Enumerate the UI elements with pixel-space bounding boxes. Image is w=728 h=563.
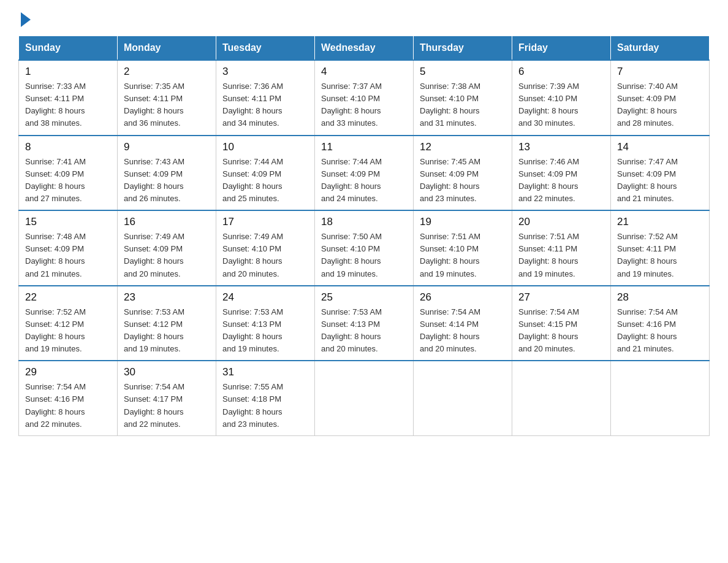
day-info: Sunrise: 7:54 AMSunset: 4:16 PMDaylight:… [25, 381, 111, 431]
calendar-day-cell: 27 Sunrise: 7:54 AMSunset: 4:15 PMDaylig… [512, 286, 611, 361]
calendar-day-cell: 17 Sunrise: 7:49 AMSunset: 4:10 PMDaylig… [216, 210, 315, 286]
day-number: 7 [617, 66, 703, 78]
day-number: 30 [124, 366, 210, 378]
calendar-day-cell: 22 Sunrise: 7:52 AMSunset: 4:12 PMDaylig… [19, 286, 118, 361]
day-info: Sunrise: 7:41 AMSunset: 4:09 PMDaylight:… [25, 156, 111, 205]
calendar-day-cell: 28 Sunrise: 7:54 AMSunset: 4:16 PMDaylig… [611, 286, 710, 361]
calendar-week-row: 8 Sunrise: 7:41 AMSunset: 4:09 PMDayligh… [19, 136, 710, 211]
weekday-header-row: SundayMondayTuesdayWednesdayThursdayFrid… [19, 36, 710, 61]
day-number: 12 [420, 141, 506, 153]
calendar-day-cell: 21 Sunrise: 7:52 AMSunset: 4:11 PMDaylig… [611, 210, 710, 286]
calendar-week-row: 22 Sunrise: 7:52 AMSunset: 4:12 PMDaylig… [19, 286, 710, 361]
day-info: Sunrise: 7:48 AMSunset: 4:09 PMDaylight:… [25, 231, 111, 280]
calendar-day-cell: 19 Sunrise: 7:51 AMSunset: 4:10 PMDaylig… [414, 210, 512, 286]
day-info: Sunrise: 7:37 AMSunset: 4:10 PMDaylight:… [321, 80, 407, 130]
day-info: Sunrise: 7:35 AMSunset: 4:11 PMDaylight:… [124, 80, 210, 130]
day-number: 1 [25, 66, 111, 78]
day-number: 10 [222, 141, 308, 153]
page-header [18, 12, 710, 23]
day-info: Sunrise: 7:54 AMSunset: 4:15 PMDaylight:… [518, 306, 604, 356]
calendar-week-row: 29 Sunrise: 7:54 AMSunset: 4:16 PMDaylig… [19, 361, 710, 435]
calendar-day-cell: 23 Sunrise: 7:53 AMSunset: 4:12 PMDaylig… [118, 286, 216, 361]
weekday-header-friday: Friday [512, 36, 611, 61]
day-number: 27 [518, 291, 604, 304]
calendar-day-cell: 30 Sunrise: 7:54 AMSunset: 4:17 PMDaylig… [118, 361, 216, 435]
day-info: Sunrise: 7:53 AMSunset: 4:12 PMDaylight:… [124, 306, 210, 356]
day-info: Sunrise: 7:47 AMSunset: 4:09 PMDaylight:… [617, 156, 703, 205]
calendar-day-cell [414, 361, 512, 435]
day-number: 18 [321, 216, 407, 228]
calendar-day-cell: 26 Sunrise: 7:54 AMSunset: 4:14 PMDaylig… [414, 286, 512, 361]
day-info: Sunrise: 7:33 AMSunset: 4:11 PMDaylight:… [25, 80, 111, 130]
day-info: Sunrise: 7:54 AMSunset: 4:14 PMDaylight:… [420, 306, 506, 356]
day-number: 15 [25, 216, 111, 228]
day-number: 26 [420, 291, 506, 304]
day-number: 25 [321, 291, 407, 304]
day-number: 23 [124, 291, 210, 304]
day-info: Sunrise: 7:38 AMSunset: 4:10 PMDaylight:… [420, 80, 506, 130]
day-number: 6 [518, 66, 604, 78]
day-info: Sunrise: 7:54 AMSunset: 4:17 PMDaylight:… [124, 381, 210, 431]
day-number: 28 [617, 291, 703, 304]
calendar-week-row: 1 Sunrise: 7:33 AMSunset: 4:11 PMDayligh… [19, 60, 710, 136]
day-number: 21 [617, 216, 703, 228]
day-info: Sunrise: 7:50 AMSunset: 4:10 PMDaylight:… [321, 231, 407, 280]
day-number: 2 [124, 66, 210, 78]
calendar-day-cell: 18 Sunrise: 7:50 AMSunset: 4:10 PMDaylig… [315, 210, 414, 286]
weekday-header-sunday: Sunday [19, 36, 118, 61]
weekday-header-wednesday: Wednesday [315, 36, 414, 61]
day-info: Sunrise: 7:49 AMSunset: 4:10 PMDaylight:… [222, 231, 308, 280]
day-info: Sunrise: 7:51 AMSunset: 4:10 PMDaylight:… [420, 231, 506, 280]
day-number: 3 [222, 66, 308, 78]
calendar-day-cell: 31 Sunrise: 7:55 AMSunset: 4:18 PMDaylig… [216, 361, 315, 435]
day-info: Sunrise: 7:54 AMSunset: 4:16 PMDaylight:… [617, 306, 703, 356]
day-info: Sunrise: 7:55 AMSunset: 4:18 PMDaylight:… [222, 381, 308, 431]
day-info: Sunrise: 7:36 AMSunset: 4:11 PMDaylight:… [222, 80, 308, 130]
day-info: Sunrise: 7:44 AMSunset: 4:09 PMDaylight:… [222, 156, 308, 205]
calendar-week-row: 15 Sunrise: 7:48 AMSunset: 4:09 PMDaylig… [19, 210, 710, 286]
calendar-day-cell: 7 Sunrise: 7:40 AMSunset: 4:09 PMDayligh… [611, 60, 710, 136]
calendar-day-cell: 15 Sunrise: 7:48 AMSunset: 4:09 PMDaylig… [19, 210, 118, 286]
calendar-day-cell: 9 Sunrise: 7:43 AMSunset: 4:09 PMDayligh… [118, 136, 216, 211]
calendar-day-cell: 11 Sunrise: 7:44 AMSunset: 4:09 PMDaylig… [315, 136, 414, 211]
day-number: 22 [25, 291, 111, 304]
day-info: Sunrise: 7:52 AMSunset: 4:12 PMDaylight:… [25, 306, 111, 356]
calendar-day-cell: 25 Sunrise: 7:53 AMSunset: 4:13 PMDaylig… [315, 286, 414, 361]
day-info: Sunrise: 7:44 AMSunset: 4:09 PMDaylight:… [321, 156, 407, 205]
day-number: 13 [518, 141, 604, 153]
day-number: 19 [420, 216, 506, 228]
day-info: Sunrise: 7:39 AMSunset: 4:10 PMDaylight:… [518, 80, 604, 130]
calendar-day-cell: 5 Sunrise: 7:38 AMSunset: 4:10 PMDayligh… [414, 60, 512, 136]
day-info: Sunrise: 7:46 AMSunset: 4:09 PMDaylight:… [518, 156, 604, 205]
calendar-day-cell: 3 Sunrise: 7:36 AMSunset: 4:11 PMDayligh… [216, 60, 315, 136]
calendar-day-cell: 13 Sunrise: 7:46 AMSunset: 4:09 PMDaylig… [512, 136, 611, 211]
logo [18, 12, 32, 23]
day-info: Sunrise: 7:43 AMSunset: 4:09 PMDaylight:… [124, 156, 210, 205]
calendar-day-cell: 1 Sunrise: 7:33 AMSunset: 4:11 PMDayligh… [19, 60, 118, 136]
calendar-day-cell: 14 Sunrise: 7:47 AMSunset: 4:09 PMDaylig… [611, 136, 710, 211]
calendar-day-cell: 6 Sunrise: 7:39 AMSunset: 4:10 PMDayligh… [512, 60, 611, 136]
calendar-day-cell: 20 Sunrise: 7:51 AMSunset: 4:11 PMDaylig… [512, 210, 611, 286]
day-number: 9 [124, 141, 210, 153]
day-info: Sunrise: 7:45 AMSunset: 4:09 PMDaylight:… [420, 156, 506, 205]
day-number: 17 [222, 216, 308, 228]
day-number: 8 [25, 141, 111, 153]
day-number: 14 [617, 141, 703, 153]
day-info: Sunrise: 7:51 AMSunset: 4:11 PMDaylight:… [518, 231, 604, 280]
day-number: 24 [222, 291, 308, 304]
calendar-day-cell: 16 Sunrise: 7:49 AMSunset: 4:09 PMDaylig… [118, 210, 216, 286]
calendar-table: SundayMondayTuesdayWednesdayThursdayFrid… [18, 36, 710, 436]
day-number: 16 [124, 216, 210, 228]
weekday-header-monday: Monday [118, 36, 216, 61]
calendar-day-cell [611, 361, 710, 435]
day-number: 4 [321, 66, 407, 78]
logo-arrow-icon [21, 12, 31, 27]
day-number: 31 [222, 366, 308, 378]
day-info: Sunrise: 7:49 AMSunset: 4:09 PMDaylight:… [124, 231, 210, 280]
day-number: 20 [518, 216, 604, 228]
day-info: Sunrise: 7:52 AMSunset: 4:11 PMDaylight:… [617, 231, 703, 280]
day-info: Sunrise: 7:53 AMSunset: 4:13 PMDaylight:… [321, 306, 407, 356]
calendar-day-cell [512, 361, 611, 435]
weekday-header-thursday: Thursday [414, 36, 512, 61]
weekday-header-saturday: Saturday [611, 36, 710, 61]
